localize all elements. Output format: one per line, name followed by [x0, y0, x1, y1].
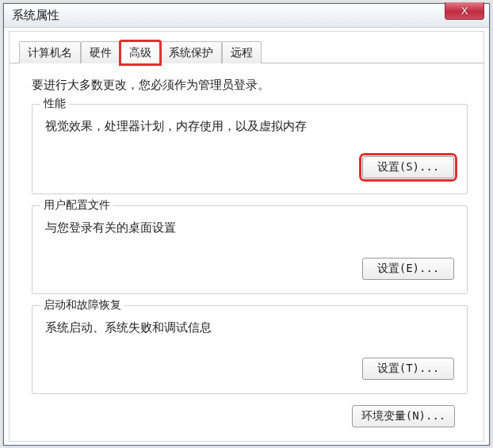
close-button[interactable]: X [445, 2, 484, 20]
admin-notice: 要进行大多数更改，您必须作为管理员登录。 [32, 78, 468, 93]
title-bar: 系统属性 X [4, 4, 489, 28]
tab-hardware[interactable]: 硬件 [81, 41, 120, 63]
group-user-profile-desc: 与您登录有关的桌面设置 [45, 220, 454, 235]
group-startup-recovery: 启动和故障恢复 系统启动、系统失败和调试信息 设置(T)... [32, 305, 468, 394]
environment-variables-row: 环境变量(N)... [32, 405, 468, 427]
tab-strip: 计算机名 硬件 高级 系统保护 远程 [10, 32, 483, 63]
tab-remote[interactable]: 远程 [222, 41, 262, 63]
window-title: 系统属性 [12, 8, 59, 23]
system-properties-window: 系统属性 X 计算机名 硬件 高级 系统保护 远程 要进行大多数更改，您必须作为… [3, 3, 490, 446]
group-performance-title: 性能 [40, 97, 69, 111]
group-user-profile-title: 用户配置文件 [40, 198, 113, 213]
tab-computer-name[interactable]: 计算机名 [19, 41, 81, 63]
tab-content-advanced: 要进行大多数更改，您必须作为管理员登录。 性能 视觉效果，处理器计划，内存使用，… [10, 63, 483, 441]
close-icon: X [461, 5, 468, 17]
group-user-profile-button-row: 设置(E)... [45, 258, 454, 280]
user-profile-settings-button[interactable]: 设置(E)... [362, 258, 454, 280]
tab-advanced[interactable]: 高级 [120, 41, 160, 64]
group-performance-desc: 视觉效果，处理器计划，内存使用，以及虚拟内存 [45, 119, 454, 134]
group-startup-desc: 系统启动、系统失败和调试信息 [45, 320, 454, 335]
group-startup-button-row: 设置(T)... [45, 358, 454, 380]
group-user-profile: 用户配置文件 与您登录有关的桌面设置 设置(E)... [32, 205, 468, 294]
performance-settings-button[interactable]: 设置(S)... [362, 156, 454, 178]
environment-variables-button[interactable]: 环境变量(N)... [352, 405, 455, 427]
group-performance-button-row: 设置(S)... [45, 156, 454, 178]
client-area: 计算机名 硬件 高级 系统保护 远程 要进行大多数更改，您必须作为管理员登录。 … [9, 31, 484, 442]
tab-system-protection[interactable]: 系统保护 [160, 41, 222, 63]
group-performance: 性能 视觉效果，处理器计划，内存使用，以及虚拟内存 设置(S)... [32, 104, 468, 194]
group-startup-title: 启动和故障恢复 [40, 298, 124, 312]
startup-settings-button[interactable]: 设置(T)... [362, 358, 454, 380]
